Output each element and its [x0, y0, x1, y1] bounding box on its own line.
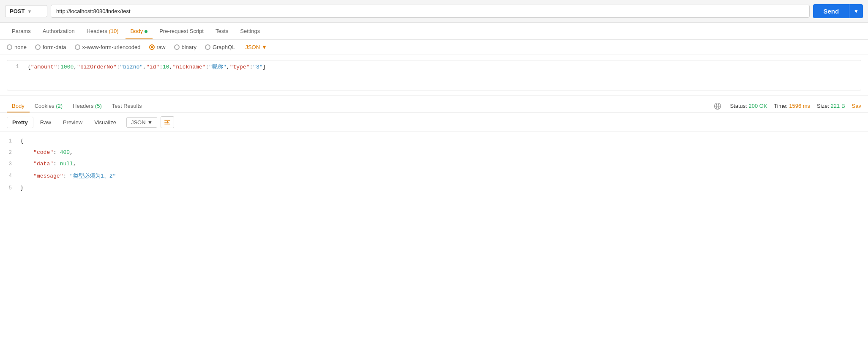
body-dot-indicator	[145, 30, 147, 33]
fmt-tab-visualize[interactable]: Visualize	[89, 117, 121, 128]
url-input[interactable]	[51, 5, 810, 18]
json-format-dropdown[interactable]: JSON ▼	[245, 44, 267, 50]
resp-tab-test-results[interactable]: Test Results	[107, 99, 147, 112]
resp-tab-cookies[interactable]: Cookies (2)	[30, 99, 68, 112]
status-value: 200 OK	[748, 103, 767, 109]
body-type-row: none form-data x-www-form-urlencoded raw…	[0, 40, 868, 55]
status-label: Status: 200 OK	[730, 103, 767, 109]
radio-circle-graphql	[205, 44, 210, 50]
tab-authorization[interactable]: Authorization	[38, 23, 80, 39]
size-value: 221 B	[831, 103, 845, 109]
tab-pre-request[interactable]: Pre-request Script	[154, 23, 209, 39]
size-label: Size: 221 B	[817, 103, 845, 109]
globe-icon	[714, 102, 721, 110]
time-value: 1596 ms	[789, 103, 810, 109]
radio-form-data[interactable]: form-data	[35, 44, 66, 50]
response-body-editor: 1 { 2 "code": 400, 3 "data": null, 4 "me…	[0, 132, 868, 197]
radio-x-www-form-urlencoded[interactable]: x-www-form-urlencoded	[75, 44, 141, 50]
response-status-bar: Status: 200 OK Time: 1596 ms Size: 221 B…	[714, 102, 861, 110]
tab-body[interactable]: Body	[126, 23, 153, 39]
radio-circle-binary	[174, 44, 180, 50]
send-btn-group: Send ▼	[813, 4, 863, 18]
resp-line-3: 3 "data": null,	[0, 158, 868, 170]
radio-circle-form-data	[35, 44, 41, 50]
radio-none[interactable]: none	[7, 44, 27, 50]
method-label: POST	[10, 8, 25, 14]
radio-circle-raw	[149, 44, 155, 50]
resp-json-chevron-icon: ▼	[147, 119, 153, 126]
resp-tab-body[interactable]: Body	[7, 99, 30, 112]
req-editor-line-1: 1 {"amount":1000,"bizOrderNo":"bizno","i…	[7, 60, 861, 73]
wrap-button[interactable]	[161, 116, 174, 128]
tab-params[interactable]: Params	[7, 23, 36, 39]
method-chevron-icon: ▼	[27, 9, 32, 14]
wrap-icon	[164, 118, 171, 126]
resp-line-2: 2 "code": 400,	[0, 147, 868, 158]
resp-json-dropdown[interactable]: JSON ▼	[126, 117, 158, 128]
send-dropdown-button[interactable]: ▼	[849, 4, 863, 18]
section-divider	[0, 96, 868, 96]
url-bar: POST ▼ Send ▼	[0, 0, 868, 23]
tab-tests[interactable]: Tests	[210, 23, 233, 39]
response-tabs-row: Body Cookies (2) Headers (5) Test Result…	[0, 99, 868, 113]
tab-headers[interactable]: Headers (10)	[82, 23, 124, 39]
request-tabs: Params Authorization Headers (10) Body P…	[0, 23, 868, 40]
radio-graphql[interactable]: GraphQL	[205, 44, 235, 50]
req-editor-empty	[7, 73, 861, 90]
fmt-tab-pretty[interactable]: Pretty	[7, 117, 33, 128]
json-dropdown-chevron-icon: ▼	[262, 44, 267, 50]
time-label: Time: 1596 ms	[774, 103, 811, 109]
method-select[interactable]: POST ▼	[5, 5, 47, 17]
resp-line-5: 5 }	[0, 182, 868, 194]
resp-tab-headers[interactable]: Headers (5)	[68, 99, 107, 112]
save-response-label[interactable]: Sav	[852, 103, 861, 109]
radio-binary[interactable]: binary	[174, 44, 197, 50]
response-format-row: Pretty Raw Preview Visualize JSON ▼	[0, 113, 868, 132]
radio-circle-x-www	[75, 44, 80, 50]
fmt-tab-raw[interactable]: Raw	[35, 117, 56, 128]
tab-settings[interactable]: Settings	[235, 23, 265, 39]
send-button[interactable]: Send	[813, 4, 849, 18]
radio-raw[interactable]: raw	[149, 44, 166, 50]
resp-line-4: 4 "message": "类型必须为1、2"	[0, 170, 868, 182]
request-body-editor[interactable]: 1 {"amount":1000,"bizOrderNo":"bizno","i…	[7, 60, 861, 90]
fmt-tab-preview[interactable]: Preview	[58, 117, 87, 128]
radio-circle-none	[7, 44, 12, 50]
resp-line-1: 1 {	[0, 135, 868, 147]
